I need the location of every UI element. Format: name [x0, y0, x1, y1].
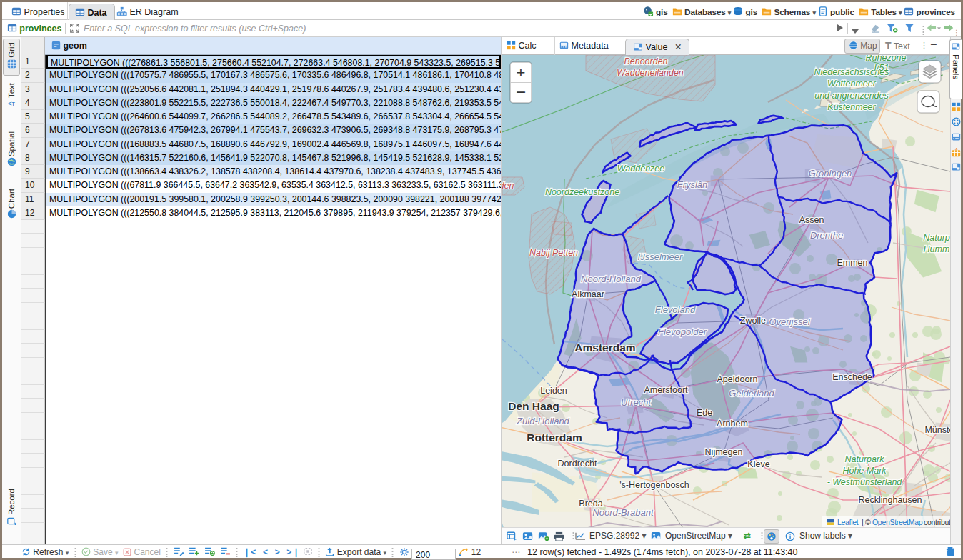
svg-text:Recklinghausen: Recklinghausen [859, 495, 922, 505]
svg-text:Flevoland: Flevoland [655, 304, 696, 315]
svg-text:| ©: | © [862, 518, 871, 526]
svg-text:Apeldoorn: Apeldoorn [717, 374, 758, 384]
svg-text:Noord-Holland: Noord-Holland [581, 274, 642, 284]
svg-text:Münster: Münster [924, 425, 950, 435]
svg-text:Amsterdam: Amsterdam [574, 341, 635, 354]
svg-text:OpenStreetMap: OpenStreetMap [872, 518, 923, 526]
svg-text:Kleve: Kleve [747, 459, 769, 469]
svg-text:Overijssel: Overijssel [769, 316, 810, 327]
svg-text:Utrecht: Utrecht [621, 397, 652, 408]
svg-text:den: den [502, 181, 514, 191]
svg-text:Küstenmeer: Küstenmeer [827, 102, 876, 112]
svg-text:IJsselmeer: IJsselmeer [638, 251, 684, 262]
svg-text:Nabij Petten: Nabij Petten [529, 248, 578, 258]
svg-text:Hohe Mark: Hohe Mark [842, 466, 887, 476]
svg-text:Groningen: Groningen [809, 168, 852, 179]
svg-text:Noordzeekustzone: Noordzeekustzone [545, 187, 619, 197]
svg-text:Zuid-Holland: Zuid-Holland [516, 416, 569, 426]
svg-text:und angrenzendes: und angrenzendes [814, 91, 889, 101]
svg-text:Gelderland: Gelderland [729, 388, 774, 399]
svg-text:Rotterdam: Rotterdam [527, 431, 582, 444]
svg-text:Assen: Assen [799, 215, 824, 225]
svg-text:Nijmegen: Nijmegen [705, 447, 743, 457]
svg-text:+: + [517, 64, 526, 81]
svg-text:Alkmaar: Alkmaar [572, 289, 604, 299]
svg-text:Humm: Humm [924, 244, 950, 254]
svg-text:Naturpark: Naturpark [845, 454, 885, 464]
svg-text:Amersfoort: Amersfoort [644, 385, 688, 395]
svg-text:Drenthe: Drenthe [810, 230, 843, 241]
svg-text:Dordrecht: Dordrecht [558, 459, 597, 469]
svg-text:Fryslân: Fryslân [677, 179, 708, 190]
svg-text:Naturp: Naturp [923, 233, 950, 243]
svg-text:Flevopolder: Flevopolder [658, 326, 707, 337]
svg-text:Ruhezone: Ruhezone [866, 55, 907, 63]
svg-text:Den Haag: Den Haag [508, 400, 559, 412]
svg-text:Waddeneilanden: Waddeneilanden [617, 68, 684, 78]
svg-text:Wattenmeer: Wattenmeer [827, 79, 877, 89]
svg-text:Leiden: Leiden [540, 386, 567, 396]
svg-text:- Westmünsterland: - Westmünsterland [827, 477, 903, 487]
svg-text:Enschede: Enschede [832, 372, 872, 382]
svg-text:−: − [516, 82, 526, 101]
svg-text:'s-Hertogenbosch: 's-Hertogenbosch [619, 480, 689, 490]
svg-text:Arnhem: Arnhem [717, 419, 748, 429]
svg-text:Ede: Ede [697, 408, 712, 418]
svg-text:Emmen: Emmen [837, 258, 867, 268]
svg-text:I/51: I/51 [874, 63, 889, 73]
svg-text:Benoorden: Benoorden [624, 56, 667, 66]
svg-text:Leaflet: Leaflet [837, 518, 859, 526]
svg-text:contributors: contributors [924, 518, 950, 526]
svg-text:Zwolle: Zwolle [740, 316, 766, 326]
svg-text:Noord-Brabant: Noord-Brabant [592, 507, 654, 518]
svg-text:Waddenzee: Waddenzee [617, 164, 665, 174]
